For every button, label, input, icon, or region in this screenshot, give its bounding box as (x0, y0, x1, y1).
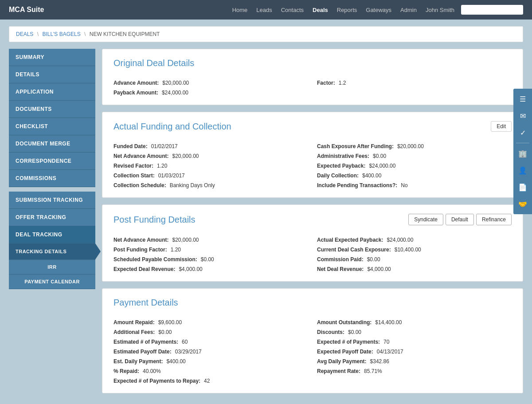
expected-payments-value: 70 (383, 339, 389, 345)
payment-details-title: Payment Details (113, 298, 512, 311)
expected-payback-label: Expected Payback: (317, 163, 365, 169)
actual-payback-value: $24,000.00 (387, 237, 413, 243)
sidebar-item-checklist[interactable]: CHECKLIST (9, 118, 95, 135)
post-funding-header: Post Funding Details Syndicate Default R… (113, 214, 512, 229)
actual-funding-title: Actual Funding and Collection (113, 122, 231, 132)
expected-payments-label: Expected # of Payments: (317, 339, 380, 345)
admin-fees-value: $0.00 (373, 153, 386, 159)
icon-divider (516, 143, 529, 143)
pf-cash-exposure-label: Current Deal Cash Exposure: (317, 247, 391, 253)
actual-funding-header: Actual Funding and Collection Edit (113, 121, 512, 135)
sidebar-item-document-merge[interactable]: DOCUMENT MERGE (9, 135, 95, 153)
post-factor-value: 1.20 (171, 247, 181, 253)
amount-repaid-label: Amount Repaid: (113, 319, 155, 326)
advance-amount-row: Advance Amount: $20,000.00 (113, 80, 308, 86)
edit-button[interactable]: Edit (491, 121, 512, 132)
est-payments-label: Estimated # of Payments: (113, 339, 178, 345)
sidebar-item-submission-tracking[interactable]: SUBMISSION TRACKING (9, 192, 95, 209)
sidebar-item-deal-tracking[interactable]: DEAL TRACKING (9, 226, 95, 243)
sidebar-break (9, 187, 95, 192)
sidebar-item-application[interactable]: APPLICATION (9, 83, 95, 101)
collection-schedule-value: Banking Days Only (170, 182, 215, 188)
factor-value: 1.2 (339, 80, 346, 86)
pf-net-advance-value: $20,000.00 (172, 237, 199, 243)
cash-exposure-value: $20,000.00 (397, 143, 424, 149)
advance-amount-label: Advance Amount: (113, 80, 159, 86)
funded-date-label: Funded Date: (113, 143, 148, 149)
discounts-label: Discounts: (317, 329, 344, 335)
nav-contacts[interactable]: Contacts (281, 7, 304, 13)
collection-start-value: 01/03/2017 (158, 173, 185, 179)
person-icon[interactable]: 👤 (515, 162, 531, 178)
revised-factor-value: 1.20 (157, 163, 167, 169)
include-pending-value: No (401, 182, 407, 188)
nav-deals[interactable]: Deals (313, 7, 328, 13)
est-daily-label: Est. Daily Payment: (113, 358, 163, 365)
tag-icon[interactable]: ✉ (515, 108, 531, 124)
handshake-icon[interactable]: 🤝 (515, 196, 531, 212)
search-input[interactable] (461, 5, 523, 15)
sidebar-item-offer-tracking[interactable]: OFFER TRACKING (9, 209, 95, 226)
repayment-rate-label: Repayment Rate: (317, 368, 360, 374)
est-daily-value: $400.00 (166, 358, 185, 365)
sidebar-item-payment-calendar[interactable]: PAYMENT CALENDAR (9, 275, 95, 289)
sidebar-item-irr[interactable]: IRR (9, 260, 95, 275)
sidebar-item-summary[interactable]: SUMMARY (9, 49, 95, 66)
collection-start-label: Collection Start: (113, 173, 155, 179)
post-funding-title: Post Funding Details (113, 215, 196, 225)
expected-revenue-label: Expected Deal Revenue: (113, 266, 175, 272)
breadcrumb-bills-bagels[interactable]: BILL'S BAGELS (42, 31, 80, 37)
commission-paid-value: $0.00 (367, 256, 380, 263)
expected-payback-value: $24,000.00 (369, 163, 395, 169)
est-payoff-label: Estimated Payoff Date: (113, 349, 172, 355)
nav-gateways[interactable]: Gateways (366, 7, 391, 13)
breadcrumb-deals[interactable]: DEALS (16, 31, 33, 37)
sidebar-item-documents[interactable]: DOCUMENTS (9, 101, 95, 118)
original-deal-fields: Advance Amount: $20,000.00 Factor: 1.2 P… (113, 80, 512, 96)
user-menu[interactable]: John Smith (426, 7, 454, 13)
checkmark-icon[interactable]: ✓ (515, 125, 531, 141)
expected-revenue-value: $4,000.00 (179, 266, 202, 272)
pct-repaid-label: % Repaid: (113, 368, 139, 374)
default-button[interactable]: Default (446, 214, 474, 225)
sidebar-item-tracking-details[interactable]: TRACKING DETAILS (9, 243, 95, 260)
sidebar-item-commissions[interactable]: COMMISSIONS (9, 170, 95, 187)
nav-home[interactable]: Home (232, 7, 248, 13)
nav-leads[interactable]: Leads (256, 7, 272, 13)
pf-net-advance-label: Net Advance Amount: (113, 237, 168, 243)
cash-exposure-label: Cash Exposure After Funding: (317, 143, 394, 149)
post-factor-label: Post Funding Factor: (113, 247, 167, 253)
sidebar-item-correspondence[interactable]: CORRESPONDENCE (9, 153, 95, 170)
pct-repaid-value: 40.00% (143, 368, 161, 374)
document-icon[interactable]: 📄 (515, 179, 531, 195)
list-icon[interactable]: ☰ (515, 91, 531, 107)
right-icon-panel: ☰ ✉ ✓ 🏢 👤 📄 🤝 (513, 89, 532, 214)
actual-payback-label: Actual Expected Payback: (317, 237, 383, 243)
post-funding-buttons: Syndicate Default Refinance (408, 214, 512, 225)
breadcrumb-current: NEW KITCHEN EQUIPMENT (90, 31, 160, 37)
nav-reports[interactable]: Reports (337, 7, 357, 13)
original-deal-title: Original Deal Details (113, 58, 512, 72)
repayment-rate-value: 85.71% (364, 368, 382, 374)
additional-fees-value: $0.00 (158, 329, 172, 335)
syndicate-button[interactable]: Syndicate (408, 214, 443, 225)
daily-collection-label: Daily Collection: (317, 173, 359, 179)
building-icon[interactable]: 🏢 (515, 145, 531, 161)
net-advance-value: $20,000.00 (172, 153, 199, 159)
payment-details-fields: Amount Repaid: $9,600.00 Amount Outstand… (113, 319, 512, 384)
expected-payments-repay-value: 42 (204, 378, 210, 384)
content-area: SUMMARY DETAILS APPLICATION DOCUMENTS CH… (9, 49, 523, 393)
payment-details-card: Payment Details Amount Repaid: $9,600.00… (102, 288, 523, 393)
est-payoff-value: 03/29/2017 (175, 349, 202, 355)
sidebar-item-details[interactable]: DETAILS (9, 66, 95, 83)
nav-links: Home Leads Contacts Deals Reports Gatewa… (232, 7, 417, 13)
post-funding-card: Post Funding Details Syndicate Default R… (102, 204, 523, 282)
actual-funding-fields: Funded Date: 01/02/2017 Cash Exposure Af… (113, 143, 512, 188)
factor-row: Factor: 1.2 (317, 80, 512, 86)
expected-payoff-value: 04/13/2017 (377, 349, 403, 355)
original-deal-card: Original Deal Details Advance Amount: $2… (102, 49, 523, 105)
sidebar: SUMMARY DETAILS APPLICATION DOCUMENTS CH… (9, 49, 95, 393)
refinance-button[interactable]: Refinance (476, 214, 512, 225)
nav-admin[interactable]: Admin (400, 7, 417, 13)
breadcrumb: DEALS \ BILL'S BAGELS \ NEW KITCHEN EQUI… (9, 26, 523, 42)
